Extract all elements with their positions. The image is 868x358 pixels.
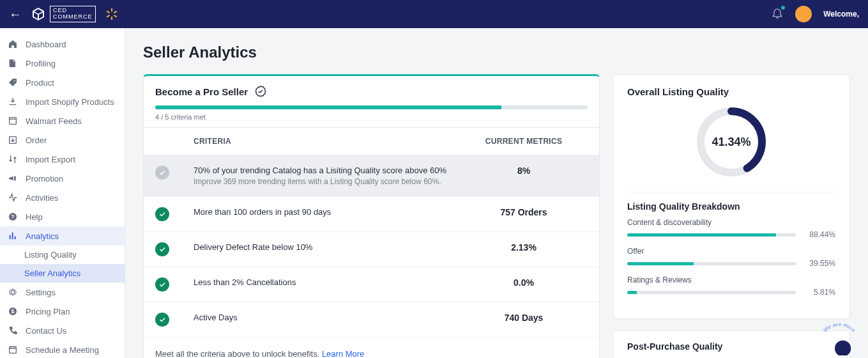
sidebar-item-walmart-feeds[interactable]: Walmart Feeds bbox=[0, 111, 125, 130]
sidebar-item-profiling[interactable]: Profiling bbox=[0, 54, 125, 73]
sidebar-item-label: Schedule a Meeting bbox=[26, 345, 99, 355]
pro-seller-card: Become a Pro Seller 4 / 5 criteria met C… bbox=[143, 74, 600, 358]
post-purchase-title: Post-Purchase Quality bbox=[627, 341, 835, 352]
sidebar-item-label: Activities bbox=[26, 193, 58, 203]
walmart-spark-icon bbox=[105, 7, 119, 21]
gear-icon bbox=[8, 287, 18, 297]
sidebar-item-contact-us[interactable]: Contact Us bbox=[0, 321, 125, 340]
notifications-button[interactable] bbox=[771, 6, 784, 22]
help-icon: ? bbox=[8, 212, 18, 222]
home-icon bbox=[8, 39, 18, 49]
megaphone-icon bbox=[8, 173, 18, 183]
header-right: Welcome, bbox=[771, 6, 859, 22]
sidebar-item-dashboard[interactable]: Dashboard bbox=[0, 35, 125, 54]
criteria-text: Active Days bbox=[194, 313, 460, 322]
svg-point-17 bbox=[835, 340, 851, 355]
criteria-row: 70% of your trending Catalog has a Lisit… bbox=[144, 155, 599, 196]
welcome-label: Welcome, bbox=[823, 10, 859, 19]
breakdown-percent: 5.81% bbox=[802, 288, 835, 297]
quality-percent-label: 41.34% bbox=[693, 104, 770, 180]
svg-rect-7 bbox=[10, 118, 17, 125]
criteria-row: More than 100 orders in past 90 days757 … bbox=[144, 196, 599, 231]
app-header: ← CEDCOMMERCE Welcome, bbox=[0, 0, 868, 28]
breakdown-row: Content & discoverability88.44% bbox=[627, 218, 835, 239]
svg-rect-13 bbox=[10, 346, 17, 353]
sidebar-item-pricing-plan[interactable]: $Pricing Plan bbox=[0, 302, 125, 321]
main-content: Seller Analytics Become a Pro Seller 4 /… bbox=[125, 28, 868, 358]
criteria-metric: 8% bbox=[460, 166, 588, 176]
criteria-text: Delivery Defect Rate below 10% bbox=[194, 242, 460, 252]
criteria-row: Less than 2% Cancellations0.0% bbox=[144, 267, 599, 302]
criteria-table-header: CRITERIA CURRENT METRICS bbox=[144, 127, 599, 155]
sidebar: DashboardProfilingProductImport Shopify … bbox=[0, 28, 125, 358]
brand-text: CEDCOMMERCE bbox=[50, 6, 96, 22]
sidebar-item-label: Pricing Plan bbox=[26, 307, 70, 316]
dollar-icon: $ bbox=[8, 306, 18, 316]
svg-text:We Are Here: We Are Here bbox=[822, 323, 857, 334]
check-fail-icon bbox=[155, 166, 169, 180]
sidebar-item-label: Walmart Feeds bbox=[26, 116, 82, 126]
sidebar-item-import-export[interactable]: Import Export bbox=[0, 150, 125, 169]
learn-more-link[interactable]: Learn More bbox=[322, 349, 364, 358]
svg-rect-1 bbox=[111, 17, 112, 20]
brand-logo[interactable]: CEDCOMMERCE bbox=[31, 6, 119, 22]
activity-icon bbox=[8, 192, 18, 203]
breakdown-bar bbox=[627, 262, 796, 265]
sidebar-item-product[interactable]: Product bbox=[0, 73, 125, 92]
svg-rect-5 bbox=[113, 15, 117, 17]
pro-footer-note: Meet all the criteria above to unlock be… bbox=[144, 337, 599, 358]
sidebar-item-settings[interactable]: Settings bbox=[0, 283, 125, 302]
svg-point-6 bbox=[14, 80, 15, 81]
sidebar-item-analytics[interactable]: Analytics bbox=[0, 226, 125, 245]
svg-text:$: $ bbox=[11, 308, 15, 315]
criteria-subtext: Improve 369 more trending items with a L… bbox=[194, 177, 460, 186]
we-are-here-badge[interactable]: We Are Here bbox=[817, 323, 862, 355]
sidebar-item-label: Product bbox=[26, 78, 54, 88]
criteria-row: Delivery Defect Rate below 10%2.13% bbox=[144, 231, 599, 267]
criteria-text: Less than 2% Cancellations bbox=[194, 277, 460, 287]
sidebar-item-label: Contact Us bbox=[26, 326, 66, 336]
breakdown-label: Offer bbox=[627, 247, 835, 256]
sidebar-item-label: Import Shopify Products bbox=[26, 97, 114, 107]
header-left: ← CEDCOMMERCE bbox=[9, 6, 119, 22]
back-arrow-icon[interactable]: ← bbox=[9, 7, 22, 22]
updown-icon bbox=[8, 154, 18, 164]
ced-glyph-icon bbox=[31, 6, 46, 22]
verified-badge-icon bbox=[254, 85, 267, 98]
criteria-metric: 2.13% bbox=[460, 242, 588, 253]
quality-donut-chart: 41.34% bbox=[693, 104, 770, 180]
breakdown-bar bbox=[627, 233, 796, 237]
sidebar-item-activities[interactable]: Activities bbox=[0, 188, 125, 207]
breakdown-row: Offer39.55% bbox=[627, 247, 835, 268]
check-pass-icon bbox=[155, 277, 169, 292]
breakdown-label: Ratings & Reviews bbox=[627, 276, 835, 284]
sidebar-item-label: Analytics bbox=[26, 231, 59, 241]
breakdown-percent: 39.55% bbox=[802, 259, 835, 268]
page-title: Seller Analytics bbox=[143, 43, 850, 61]
sidebar-item-schedule-a-meeting[interactable]: Schedule a Meeting bbox=[0, 340, 125, 358]
sidebar-item-import-shopify-products[interactable]: Import Shopify Products bbox=[0, 92, 125, 111]
sidebar-subitem-listing-quality[interactable]: Listing Quality bbox=[0, 245, 125, 264]
chart-icon bbox=[8, 231, 18, 241]
criteria-metric: 757 Orders bbox=[460, 207, 588, 217]
pro-progress-bar bbox=[155, 105, 588, 109]
sidebar-item-promotion[interactable]: Promotion bbox=[0, 169, 125, 188]
criteria-metric: 0.0% bbox=[460, 277, 588, 288]
avatar[interactable] bbox=[795, 6, 812, 22]
check-pass-icon bbox=[155, 313, 169, 327]
sidebar-item-label: Promotion bbox=[26, 174, 63, 183]
sidebar-item-order[interactable]: Order bbox=[0, 130, 125, 150]
sidebar-item-label: Settings bbox=[26, 288, 56, 297]
tag-icon bbox=[8, 77, 18, 88]
criteria-met-label: 4 / 5 criteria met bbox=[155, 113, 588, 121]
criteria-row: Active Days740 Days bbox=[144, 302, 599, 337]
listing-quality-card: Overall Listing Quality 41.34% Listing Q… bbox=[613, 74, 850, 319]
svg-rect-0 bbox=[111, 8, 112, 12]
svg-rect-2 bbox=[113, 11, 117, 13]
sidebar-item-label: Dashboard bbox=[26, 40, 66, 49]
order-icon bbox=[8, 135, 18, 145]
sidebar-item-help[interactable]: ?Help bbox=[0, 207, 125, 226]
sidebar-subitem-seller-analytics[interactable]: Seller Analytics bbox=[0, 264, 125, 283]
feed-icon bbox=[8, 116, 18, 126]
sidebar-item-label: Help bbox=[26, 212, 43, 222]
